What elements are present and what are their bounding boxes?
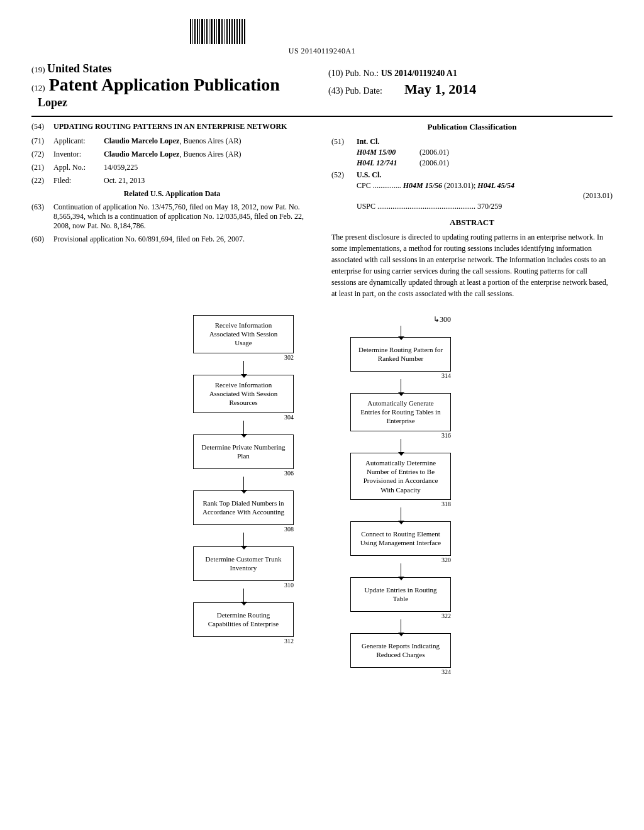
patent-type-row: (12) Patent Application Publication — [31, 75, 316, 95]
flow-box-320: Connect to Routing Element Using Managem… — [350, 521, 451, 556]
appl-no-row: (21) Appl. No.: 14/059,225 — [31, 163, 313, 172]
header-right: (10) Pub. No.: US 2014/0119240 A1 (43) P… — [316, 62, 613, 97]
barcode-image — [190, 19, 454, 44]
pub-no-line: (10) Pub. No.: US 2014/0119240 A1 — [328, 69, 613, 79]
flow-box-306: Determine Private Numbering Plan — [193, 434, 294, 469]
flow-300-label: ↳300 — [350, 315, 451, 324]
related-60: (60) Provisional application No. 60/891,… — [31, 235, 313, 244]
flow-box-318: Automatically Determine Number of Entrie… — [350, 453, 451, 500]
flow-right-column: ↳300 Determine Routing Pattern for Ranke… — [338, 315, 464, 675]
flow-arrow-r1 — [401, 379, 401, 393]
flow-arrow-4 — [243, 533, 244, 546]
page: US 20140119240A1 (19) United States (12)… — [0, 0, 644, 694]
content-columns: (54) UPDATING ROUTING PATTERNS IN AN ENT… — [31, 122, 613, 299]
int-cl-row: (51) Int. Cl. H04M 15/00 (2006.01) H04L … — [331, 137, 613, 168]
flow-arrow-r4 — [401, 563, 401, 577]
flow-box-310: Determine Customer Trunk Inventory — [193, 546, 294, 581]
flow-box-324: Generate Reports Indicating Reduced Char… — [350, 633, 451, 668]
applicant-row: (71) Applicant: Claudio Marcelo Lopez, B… — [31, 136, 313, 146]
flow-arrow-5 — [243, 589, 244, 602]
patent-title: UPDATING ROUTING PATTERNS IN AN ENTERPRI… — [53, 122, 313, 131]
inventor-row: (72) Inventor: Claudio Marcelo Lopez, Bu… — [31, 150, 313, 159]
flow-arrow-r5 — [401, 619, 401, 633]
pub-classification-heading: Publication Classification — [331, 122, 613, 132]
flow-box-316: Automatically Generate Entries for Routi… — [350, 393, 451, 431]
inventor-header: Lopez — [31, 96, 316, 109]
filed-row: (22) Filed: Oct. 21, 2013 — [31, 176, 313, 185]
flow-box-314: Determine Routing Pattern for Ranked Num… — [350, 337, 451, 372]
pub-date-line: (43) Pub. Date: May 1, 2014 — [328, 81, 613, 97]
flow-arrow-r2 — [401, 439, 401, 453]
applicant-value: Claudio Marcelo Lopez, Buenos Aires (AR) — [104, 136, 313, 146]
abstract-text: The present disclosure is directed to up… — [331, 231, 613, 299]
country-label: (19) United States — [31, 62, 316, 75]
flow-box-304: Receive Information Associated With Sess… — [193, 375, 294, 413]
title-section: (54) UPDATING ROUTING PATTERNS IN AN ENT… — [31, 122, 313, 131]
flow-box-308: Rank Top Dialed Numbers in Accordance Wi… — [193, 490, 294, 525]
header-divider — [31, 116, 613, 117]
flow-box-312: Determine Routing Capabilities of Enterp… — [193, 602, 294, 637]
flow-arrow-r3 — [401, 507, 401, 521]
header-left: (19) United States (12) Patent Applicati… — [31, 62, 316, 109]
inventor-value: Claudio Marcelo Lopez, Buenos Aires (AR) — [104, 150, 313, 159]
flowchart-section: Receive Information Associated With Sess… — [31, 315, 613, 675]
flow-box-302: Receive Information Associated With Sess… — [193, 315, 294, 353]
flow-left-column: Receive Information Associated With Sess… — [180, 315, 306, 675]
related-63: (63) Continuation of application No. 13/… — [31, 202, 313, 231]
barcode-section: US 20140119240A1 — [31, 19, 613, 56]
us-cl-row: (52) U.S. Cl. CPC ............... H04M 1… — [331, 170, 613, 211]
pub-number-bar: US 20140119240A1 — [31, 47, 613, 56]
flow-box-322: Update Entries in Routing Table — [350, 577, 451, 612]
flow-arrow-1 — [243, 361, 244, 375]
patent-type: Patent Application Publication — [49, 75, 280, 95]
flow-start-arrow — [401, 326, 401, 337]
header-section: (19) United States (12) Patent Applicati… — [31, 62, 613, 109]
right-column: Publication Classification (51) Int. Cl.… — [331, 122, 613, 299]
flow-arrow-3 — [243, 477, 244, 490]
abstract-heading: ABSTRACT — [331, 218, 613, 228]
left-column: (54) UPDATING ROUTING PATTERNS IN AN ENT… — [31, 122, 313, 299]
flow-arrow-2 — [243, 421, 244, 434]
related-heading: Related U.S. Application Data — [31, 189, 313, 199]
